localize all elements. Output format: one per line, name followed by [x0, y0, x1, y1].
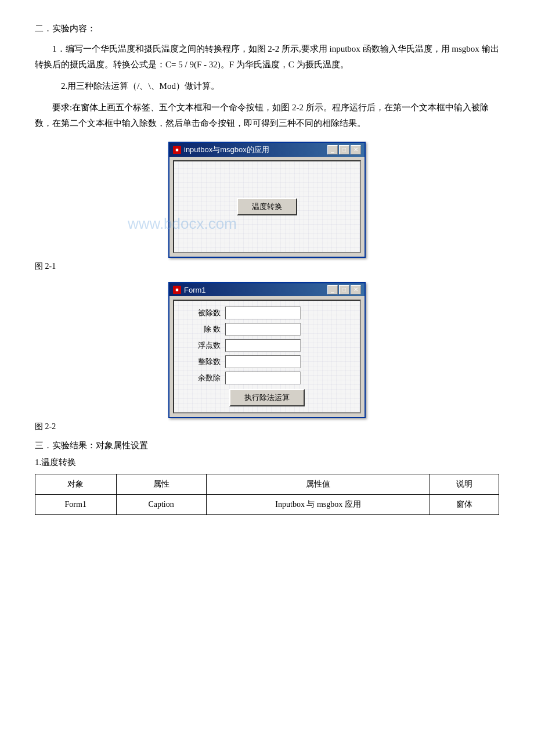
col-header-value: 属性值	[206, 474, 430, 495]
table-cell: Caption	[116, 495, 206, 515]
dialog1-close-btn[interactable]: ✕	[351, 145, 361, 154]
dialog2-container: ■ Form1 _ □ ✕ 被除数 除 数 浮点数 整除	[35, 282, 499, 418]
dialog1-maximize-btn[interactable]: □	[339, 145, 349, 154]
sub1-title: 1.温度转换	[35, 457, 499, 468]
label-mod: 余数除	[186, 373, 221, 383]
paragraph-3: 要求:在窗体上画五个标签、五个文本框和一个命令按钮，如图 2-2 所示。程序运行…	[35, 100, 499, 131]
form-row-divisor: 除 数	[186, 323, 348, 336]
dialog2-title-text: Form1	[184, 286, 206, 294]
form-row-dividend: 被除数	[186, 307, 348, 319]
input-divisor[interactable]	[225, 323, 301, 336]
section-two-title: 二．实验内容：	[35, 23, 499, 34]
fig2-label: 图 2-2	[35, 422, 499, 432]
dialog1-titlebar: ■ inputbox与msgbox的应用 _ □ ✕	[169, 143, 365, 157]
form-row-float: 浮点数	[186, 339, 348, 352]
form-row-integer: 整除数	[186, 355, 348, 368]
table-header-row: 对象 属性 属性值 说明	[35, 474, 499, 495]
dialog1-body: 温度转换	[173, 160, 361, 253]
label-divisor: 除 数	[186, 324, 221, 334]
dialog1-convert-button[interactable]: 温度转换	[237, 198, 297, 215]
dialog2-body: 被除数 除 数 浮点数 整除数 余数除 执行除法运算	[173, 300, 361, 413]
col-header-property: 属性	[116, 474, 206, 495]
table-cell: Form1	[35, 495, 117, 515]
dialog2-maximize-btn[interactable]: □	[339, 285, 349, 294]
input-float[interactable]	[225, 339, 301, 352]
table-cell: Inputbox 与 msgbox 应用	[206, 495, 430, 515]
label-integer: 整除数	[186, 357, 221, 367]
dialog2-icon: ■	[173, 286, 181, 294]
result-table: 对象 属性 属性值 说明 Form1CaptionInputbox 与 msgb…	[35, 474, 499, 515]
input-mod[interactable]	[225, 372, 301, 384]
label-dividend: 被除数	[186, 308, 221, 318]
input-dividend[interactable]	[225, 307, 301, 319]
dialog1-icon: ■	[173, 146, 181, 154]
form-row-mod: 余数除	[186, 372, 348, 384]
col-header-desc: 说明	[430, 474, 499, 495]
form-button-row: 执行除法运算	[186, 389, 348, 406]
table-cell: 窗体	[430, 495, 499, 515]
dialog1-minimize-btn[interactable]: _	[327, 145, 338, 154]
dialog1-container: ■ inputbox与msgbox的应用 _ □ ✕ 温度转换 www.bdoc…	[35, 142, 499, 258]
dialog2-window: ■ Form1 _ □ ✕ 被除数 除 数 浮点数 整除	[168, 282, 366, 418]
col-header-object: 对象	[35, 474, 117, 495]
section-three-title: 三．实验结果：对象属性设置	[35, 440, 499, 451]
paragraph-2: 2.用三种除法运算（/、\、Mod）做计算。	[35, 78, 499, 94]
execute-button[interactable]: 执行除法运算	[229, 389, 305, 406]
dialog2-controls[interactable]: _ □ ✕	[327, 285, 361, 294]
dialog2-title-left: ■ Form1	[173, 286, 206, 294]
dialog2-minimize-btn[interactable]: _	[327, 285, 338, 294]
paragraph-1: 1．编写一个华氏温度和摄氏温度之间的转换程序，如图 2-2 所示,要求用 inp…	[35, 41, 499, 73]
table-row: Form1CaptionInputbox 与 msgbox 应用窗体	[35, 495, 499, 515]
input-integer[interactable]	[225, 355, 301, 368]
dialog2-close-btn[interactable]: ✕	[351, 285, 361, 294]
label-float: 浮点数	[186, 340, 221, 351]
dialog1-title-left: ■ inputbox与msgbox的应用	[173, 145, 269, 155]
dialog1-title-text: inputbox与msgbox的应用	[184, 145, 269, 155]
dialog1-window: ■ inputbox与msgbox的应用 _ □ ✕ 温度转换	[168, 142, 366, 258]
fig1-label: 图 2-1	[35, 261, 499, 272]
dialog1-controls[interactable]: _ □ ✕	[327, 145, 361, 154]
dialog2-titlebar: ■ Form1 _ □ ✕	[169, 283, 365, 296]
